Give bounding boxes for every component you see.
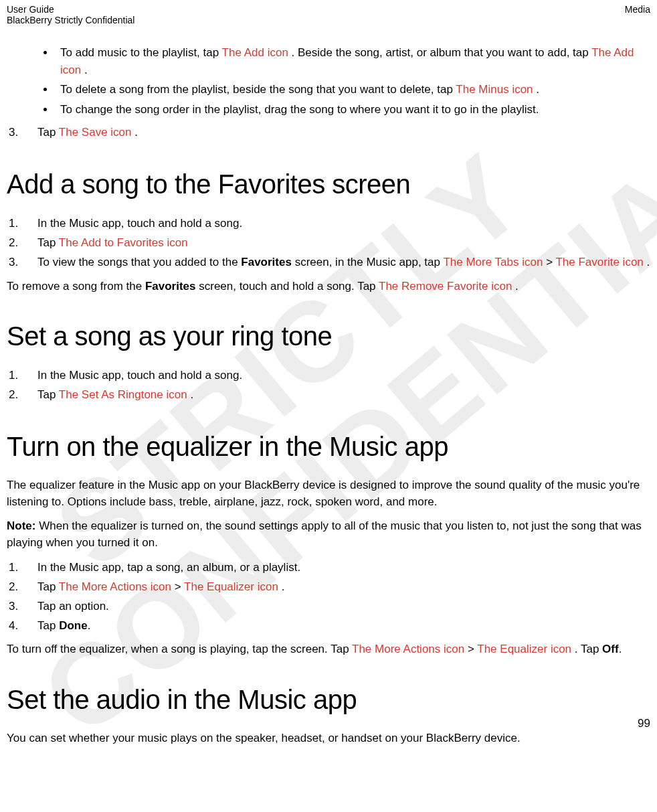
top-bullets: To add music to the playlist, tap The Ad… <box>7 44 650 118</box>
t: To remove a song from the <box>7 280 145 293</box>
done-bold: Done <box>59 619 88 632</box>
note-bold: Note: <box>7 519 39 532</box>
t: > <box>546 256 555 268</box>
t: . <box>190 388 193 401</box>
t: screen, touch and hold a song. Tap <box>196 280 379 293</box>
header-left-2: BlackBerry Strictly Confidential <box>7 15 134 25</box>
t: . <box>647 256 650 268</box>
add-to-favorites-icon: The Add to Favorites icon <box>59 236 188 249</box>
off-bold: Off <box>602 643 619 655</box>
page-number: 99 <box>638 717 650 730</box>
eq-step-2: Tap The More Actions icon > The Equalize… <box>21 578 650 597</box>
eq-step-4: Tap Done. <box>21 617 650 636</box>
t: . <box>515 280 519 293</box>
t: To delete a song from the playlist, besi… <box>60 83 456 96</box>
equalizer-off: To turn off the equalizer, when a song i… <box>7 641 650 658</box>
save-icon: The Save icon <box>59 126 134 139</box>
t: Tap <box>37 388 59 401</box>
more-actions-icon: The More Actions icon <box>59 580 175 593</box>
bullet-delete-song: To delete a song from the playlist, besi… <box>55 81 650 98</box>
heading-favorites: Add a song to the Favorites screen <box>7 169 650 199</box>
t: Tap <box>37 126 59 139</box>
t: Tap <box>37 619 59 632</box>
t: Tap <box>37 580 59 593</box>
t: To add music to the playlist, tap <box>60 46 222 59</box>
heading-audio: Set the audio in the Music app <box>7 685 650 715</box>
header-left-1: User Guide <box>7 4 134 15</box>
favorite-icon: The Favorite icon <box>555 256 646 268</box>
fav-step-3: To view the songs that you added to the … <box>21 253 650 272</box>
t: . <box>282 580 285 593</box>
favorites-steps: In the Music app, touch and hold a song.… <box>7 214 650 272</box>
t: To view the songs that you added to the <box>37 256 241 268</box>
audio-p1: You can set whether your music plays on … <box>7 730 650 747</box>
ring-step-1: In the Music app, touch and hold a song. <box>21 366 650 386</box>
eq-step-3: Tap an option. <box>21 597 650 617</box>
equalizer-p1: The equalizer feature in the Music app o… <box>7 477 650 511</box>
ringtone-steps: In the Music app, touch and hold a song.… <box>7 366 650 405</box>
t: To turn off the equalizer, when a song i… <box>7 643 352 655</box>
t: . <box>536 83 539 96</box>
t: . Tap <box>575 643 602 655</box>
equalizer-steps: In the Music app, tap a song, an album, … <box>7 558 650 636</box>
t: When the equalizer is turned on, the sou… <box>7 519 642 550</box>
favorites-remove: To remove a song from the Favorites scre… <box>7 278 650 295</box>
page-header: User Guide BlackBerry Strictly Confident… <box>7 0 650 25</box>
equalizer-note: Note: When the equalizer is turned on, t… <box>7 517 650 552</box>
header-right: Media <box>625 4 650 25</box>
equalizer-icon: The Equalizer icon <box>477 643 575 655</box>
eq-step-1: In the Music app, tap a song, an album, … <box>21 558 650 578</box>
remove-favorite-icon: The Remove Favorite icon <box>379 280 515 293</box>
fav-step-2: Tap The Add to Favorites icon <box>21 234 650 253</box>
bullet-add-music: To add music to the playlist, tap The Ad… <box>55 44 650 78</box>
step-save: Tap The Save icon . <box>21 123 650 143</box>
add-icon: The Add icon <box>222 46 292 59</box>
step-save-list: Tap The Save icon . <box>7 123 650 143</box>
equalizer-icon: The Equalizer icon <box>184 580 282 593</box>
t: > <box>468 643 477 655</box>
fav-step-1: In the Music app, touch and hold a song. <box>21 214 650 234</box>
t: . Beside the song, artist, or album that… <box>292 46 592 59</box>
t: . <box>134 126 138 139</box>
favorites-bold: Favorites <box>241 256 292 268</box>
more-tabs-icon: The More Tabs icon <box>443 256 546 268</box>
t: . <box>88 619 91 632</box>
heading-equalizer: Turn on the equalizer in the Music app <box>7 432 650 462</box>
t: screen, in the Music app, tap <box>292 256 443 268</box>
heading-ringtone: Set a song as your ring tone <box>7 321 650 351</box>
t: Tap <box>37 236 59 249</box>
t: . <box>84 64 88 76</box>
bullet-change-order: To change the song order in the playlist… <box>55 101 650 118</box>
set-as-ringtone-icon: The Set As Ringtone icon <box>59 388 191 401</box>
ring-step-2: Tap The Set As Ringtone icon . <box>21 386 650 405</box>
t: > <box>175 580 184 593</box>
minus-icon: The Minus icon <box>456 83 536 96</box>
more-actions-icon: The More Actions icon <box>352 643 468 655</box>
favorites-bold: Favorites <box>145 280 196 293</box>
t: . <box>619 643 622 655</box>
